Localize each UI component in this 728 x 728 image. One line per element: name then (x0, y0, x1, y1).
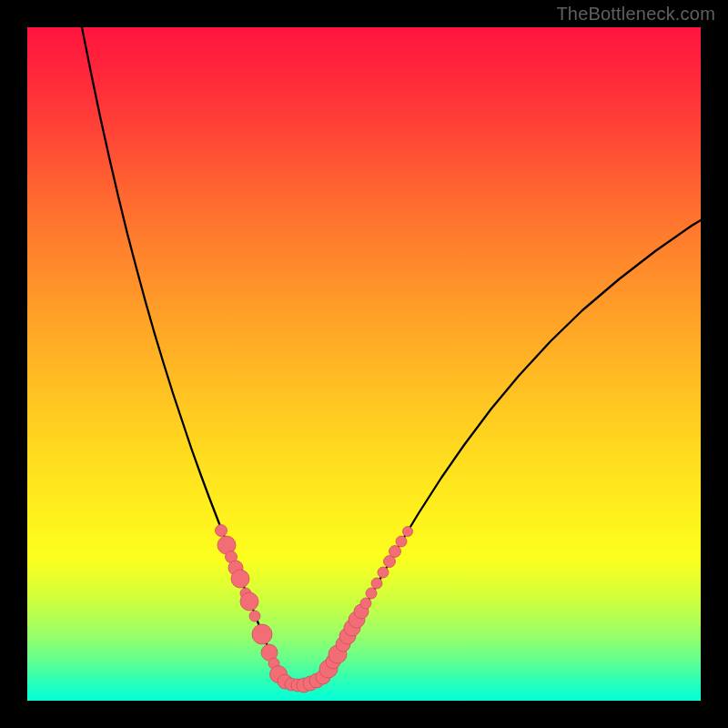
data-marker (366, 588, 377, 599)
plot-area (27, 27, 701, 701)
data-marker (396, 536, 407, 547)
chart-frame: TheBottleneck.com (0, 0, 728, 728)
data-marker (249, 611, 260, 622)
data-marker (371, 578, 382, 589)
data-marker (216, 525, 228, 537)
data-marker (378, 567, 389, 578)
data-marker (389, 546, 401, 558)
watermark-text: TheBottleneck.com (556, 4, 715, 25)
data-marker (360, 598, 371, 609)
chart-svg (27, 27, 701, 701)
data-marker (252, 624, 272, 644)
data-marker (240, 592, 258, 611)
data-marker (403, 527, 413, 537)
bottleneck-curve (82, 27, 701, 685)
data-marker (231, 570, 249, 588)
